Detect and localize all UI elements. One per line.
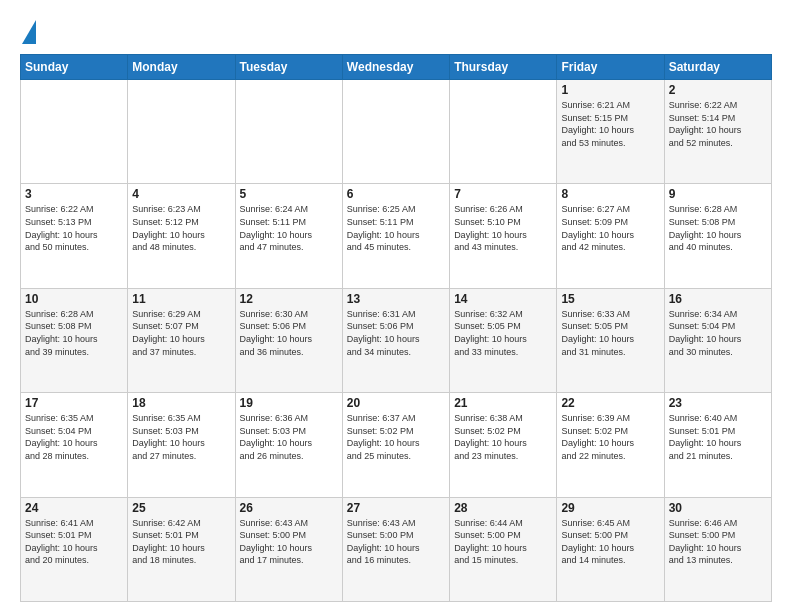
weekday-header-thursday: Thursday — [450, 55, 557, 80]
calendar-cell: 23Sunrise: 6:40 AMSunset: 5:01 PMDayligh… — [664, 393, 771, 497]
calendar-week-4: 24Sunrise: 6:41 AMSunset: 5:01 PMDayligh… — [21, 497, 772, 601]
calendar-cell: 4Sunrise: 6:23 AMSunset: 5:12 PMDaylight… — [128, 184, 235, 288]
calendar-cell: 20Sunrise: 6:37 AMSunset: 5:02 PMDayligh… — [342, 393, 449, 497]
day-number: 10 — [25, 292, 123, 306]
calendar-cell: 30Sunrise: 6:46 AMSunset: 5:00 PMDayligh… — [664, 497, 771, 601]
calendar-cell: 27Sunrise: 6:43 AMSunset: 5:00 PMDayligh… — [342, 497, 449, 601]
day-info: Sunrise: 6:32 AMSunset: 5:05 PMDaylight:… — [454, 308, 552, 358]
day-info: Sunrise: 6:39 AMSunset: 5:02 PMDaylight:… — [561, 412, 659, 462]
day-number: 7 — [454, 187, 552, 201]
calendar-week-2: 10Sunrise: 6:28 AMSunset: 5:08 PMDayligh… — [21, 288, 772, 392]
calendar-cell — [450, 80, 557, 184]
day-info: Sunrise: 6:21 AMSunset: 5:15 PMDaylight:… — [561, 99, 659, 149]
day-number: 20 — [347, 396, 445, 410]
day-info: Sunrise: 6:34 AMSunset: 5:04 PMDaylight:… — [669, 308, 767, 358]
day-info: Sunrise: 6:43 AMSunset: 5:00 PMDaylight:… — [347, 517, 445, 567]
day-info: Sunrise: 6:23 AMSunset: 5:12 PMDaylight:… — [132, 203, 230, 253]
day-number: 5 — [240, 187, 338, 201]
day-info: Sunrise: 6:25 AMSunset: 5:11 PMDaylight:… — [347, 203, 445, 253]
day-number: 28 — [454, 501, 552, 515]
day-info: Sunrise: 6:40 AMSunset: 5:01 PMDaylight:… — [669, 412, 767, 462]
calendar-cell: 16Sunrise: 6:34 AMSunset: 5:04 PMDayligh… — [664, 288, 771, 392]
calendar-cell — [235, 80, 342, 184]
calendar-cell: 15Sunrise: 6:33 AMSunset: 5:05 PMDayligh… — [557, 288, 664, 392]
day-info: Sunrise: 6:26 AMSunset: 5:10 PMDaylight:… — [454, 203, 552, 253]
day-number: 17 — [25, 396, 123, 410]
calendar-cell: 22Sunrise: 6:39 AMSunset: 5:02 PMDayligh… — [557, 393, 664, 497]
calendar-cell: 2Sunrise: 6:22 AMSunset: 5:14 PMDaylight… — [664, 80, 771, 184]
logo-triangle-icon — [22, 20, 36, 44]
day-number: 14 — [454, 292, 552, 306]
calendar-cell: 11Sunrise: 6:29 AMSunset: 5:07 PMDayligh… — [128, 288, 235, 392]
day-number: 11 — [132, 292, 230, 306]
day-number: 9 — [669, 187, 767, 201]
calendar-cell: 10Sunrise: 6:28 AMSunset: 5:08 PMDayligh… — [21, 288, 128, 392]
calendar-cell: 13Sunrise: 6:31 AMSunset: 5:06 PMDayligh… — [342, 288, 449, 392]
weekday-header-wednesday: Wednesday — [342, 55, 449, 80]
weekday-header-sunday: Sunday — [21, 55, 128, 80]
calendar-cell: 17Sunrise: 6:35 AMSunset: 5:04 PMDayligh… — [21, 393, 128, 497]
calendar-week-3: 17Sunrise: 6:35 AMSunset: 5:04 PMDayligh… — [21, 393, 772, 497]
calendar-header: SundayMondayTuesdayWednesdayThursdayFrid… — [21, 55, 772, 80]
calendar-cell: 6Sunrise: 6:25 AMSunset: 5:11 PMDaylight… — [342, 184, 449, 288]
day-info: Sunrise: 6:44 AMSunset: 5:00 PMDaylight:… — [454, 517, 552, 567]
calendar-cell: 5Sunrise: 6:24 AMSunset: 5:11 PMDaylight… — [235, 184, 342, 288]
day-info: Sunrise: 6:22 AMSunset: 5:13 PMDaylight:… — [25, 203, 123, 253]
day-number: 26 — [240, 501, 338, 515]
calendar-cell — [21, 80, 128, 184]
day-number: 8 — [561, 187, 659, 201]
day-number: 1 — [561, 83, 659, 97]
day-info: Sunrise: 6:29 AMSunset: 5:07 PMDaylight:… — [132, 308, 230, 358]
calendar-cell: 25Sunrise: 6:42 AMSunset: 5:01 PMDayligh… — [128, 497, 235, 601]
day-number: 13 — [347, 292, 445, 306]
header — [20, 16, 772, 44]
day-info: Sunrise: 6:28 AMSunset: 5:08 PMDaylight:… — [669, 203, 767, 253]
calendar-cell: 8Sunrise: 6:27 AMSunset: 5:09 PMDaylight… — [557, 184, 664, 288]
calendar-cell: 3Sunrise: 6:22 AMSunset: 5:13 PMDaylight… — [21, 184, 128, 288]
weekday-header-friday: Friday — [557, 55, 664, 80]
calendar-cell: 12Sunrise: 6:30 AMSunset: 5:06 PMDayligh… — [235, 288, 342, 392]
calendar-cell — [128, 80, 235, 184]
day-info: Sunrise: 6:31 AMSunset: 5:06 PMDaylight:… — [347, 308, 445, 358]
day-info: Sunrise: 6:43 AMSunset: 5:00 PMDaylight:… — [240, 517, 338, 567]
day-number: 3 — [25, 187, 123, 201]
calendar-cell: 29Sunrise: 6:45 AMSunset: 5:00 PMDayligh… — [557, 497, 664, 601]
day-number: 30 — [669, 501, 767, 515]
calendar-cell: 28Sunrise: 6:44 AMSunset: 5:00 PMDayligh… — [450, 497, 557, 601]
weekday-header-monday: Monday — [128, 55, 235, 80]
day-number: 2 — [669, 83, 767, 97]
logo — [20, 16, 36, 44]
day-number: 23 — [669, 396, 767, 410]
calendar-cell: 9Sunrise: 6:28 AMSunset: 5:08 PMDaylight… — [664, 184, 771, 288]
calendar-week-0: 1Sunrise: 6:21 AMSunset: 5:15 PMDaylight… — [21, 80, 772, 184]
day-info: Sunrise: 6:33 AMSunset: 5:05 PMDaylight:… — [561, 308, 659, 358]
day-number: 18 — [132, 396, 230, 410]
calendar-cell: 26Sunrise: 6:43 AMSunset: 5:00 PMDayligh… — [235, 497, 342, 601]
day-number: 21 — [454, 396, 552, 410]
day-info: Sunrise: 6:22 AMSunset: 5:14 PMDaylight:… — [669, 99, 767, 149]
day-info: Sunrise: 6:38 AMSunset: 5:02 PMDaylight:… — [454, 412, 552, 462]
day-info: Sunrise: 6:35 AMSunset: 5:04 PMDaylight:… — [25, 412, 123, 462]
day-info: Sunrise: 6:41 AMSunset: 5:01 PMDaylight:… — [25, 517, 123, 567]
weekday-header-tuesday: Tuesday — [235, 55, 342, 80]
day-info: Sunrise: 6:42 AMSunset: 5:01 PMDaylight:… — [132, 517, 230, 567]
calendar-body: 1Sunrise: 6:21 AMSunset: 5:15 PMDaylight… — [21, 80, 772, 602]
day-info: Sunrise: 6:27 AMSunset: 5:09 PMDaylight:… — [561, 203, 659, 253]
day-number: 24 — [25, 501, 123, 515]
day-info: Sunrise: 6:46 AMSunset: 5:00 PMDaylight:… — [669, 517, 767, 567]
day-number: 16 — [669, 292, 767, 306]
calendar-week-1: 3Sunrise: 6:22 AMSunset: 5:13 PMDaylight… — [21, 184, 772, 288]
calendar-cell: 18Sunrise: 6:35 AMSunset: 5:03 PMDayligh… — [128, 393, 235, 497]
day-info: Sunrise: 6:30 AMSunset: 5:06 PMDaylight:… — [240, 308, 338, 358]
calendar-cell: 24Sunrise: 6:41 AMSunset: 5:01 PMDayligh… — [21, 497, 128, 601]
day-number: 19 — [240, 396, 338, 410]
day-info: Sunrise: 6:37 AMSunset: 5:02 PMDaylight:… — [347, 412, 445, 462]
day-info: Sunrise: 6:24 AMSunset: 5:11 PMDaylight:… — [240, 203, 338, 253]
calendar-cell: 7Sunrise: 6:26 AMSunset: 5:10 PMDaylight… — [450, 184, 557, 288]
day-number: 15 — [561, 292, 659, 306]
day-info: Sunrise: 6:35 AMSunset: 5:03 PMDaylight:… — [132, 412, 230, 462]
calendar-cell: 19Sunrise: 6:36 AMSunset: 5:03 PMDayligh… — [235, 393, 342, 497]
day-number: 29 — [561, 501, 659, 515]
day-number: 27 — [347, 501, 445, 515]
weekday-header-row: SundayMondayTuesdayWednesdayThursdayFrid… — [21, 55, 772, 80]
